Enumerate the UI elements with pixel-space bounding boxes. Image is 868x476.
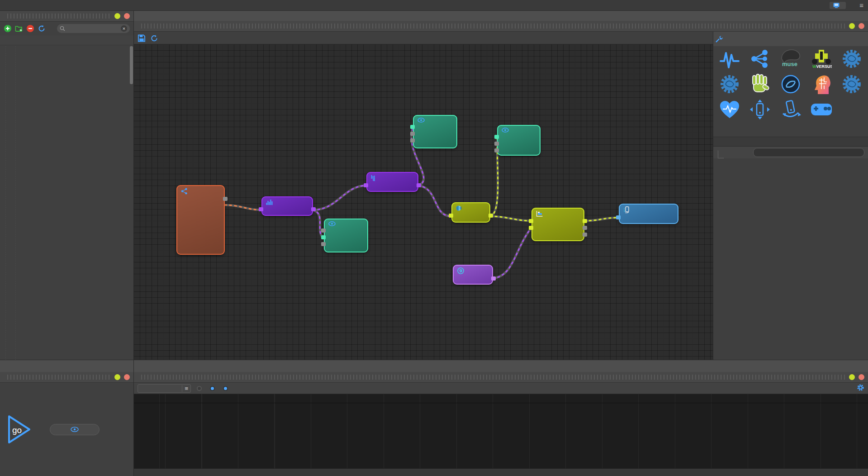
statistics-icon [456, 205, 462, 211]
sensor-gamepad[interactable] [806, 99, 837, 121]
visualization-toggle[interactable] [50, 424, 100, 435]
port-handle[interactable] [321, 242, 326, 246]
session-tab[interactable] [0, 360, 11, 372]
sensor-cyton[interactable] [836, 73, 867, 96]
radio-icon[interactable] [197, 386, 202, 391]
connection-alpha-statistics[interactable] [418, 186, 451, 216]
port-handle[interactable] [489, 214, 493, 218]
minimize-dot[interactable] [849, 374, 855, 380]
settings-gear-icon[interactable] [857, 384, 864, 393]
document-tab[interactable] [134, 11, 145, 21]
node-view-1[interactable] [324, 219, 368, 252]
all-toggle[interactable] [210, 386, 217, 391]
node-statistics[interactable] [451, 202, 490, 223]
port-handle[interactable] [321, 235, 326, 239]
add-folder-button[interactable] [15, 24, 23, 33]
port-handle[interactable] [529, 226, 533, 230]
connection-fft-view[interactable] [313, 210, 324, 238]
port-handle[interactable] [449, 214, 453, 218]
close-dot[interactable] [124, 374, 130, 380]
gamepad-icon [811, 99, 832, 120]
go-label: go [12, 425, 22, 435]
sensor-brainflow[interactable] [806, 73, 837, 96]
node-alpha[interactable]: α [366, 172, 418, 192]
port-handle[interactable] [410, 132, 415, 136]
port-handle[interactable] [410, 125, 415, 129]
sensor-gyroscope[interactable] [775, 99, 806, 121]
sensor-muse[interactable]: muse [775, 48, 806, 71]
port-handle[interactable] [583, 233, 587, 237]
used-toggle[interactable] [197, 386, 204, 391]
minimize-dot[interactable] [114, 374, 120, 380]
go-button[interactable]: go [7, 414, 32, 444]
search-input[interactable]: × [57, 24, 130, 33]
sensor-versus[interactable]: WVERSUS [806, 48, 837, 71]
connection-pz-fft[interactable] [225, 205, 261, 210]
node-screen-brightness[interactable] [619, 204, 678, 224]
save-button[interactable] [138, 34, 146, 42]
minimize-dot[interactable] [849, 23, 855, 29]
sensor-esense-gsr[interactable] [745, 73, 776, 96]
port-handle[interactable] [494, 142, 499, 146]
sensor-openbci[interactable] [836, 48, 867, 71]
tree-scrollbar[interactable] [130, 46, 133, 84]
connection-parameter-threshold[interactable] [493, 228, 531, 278]
eeg-tab[interactable] [134, 360, 145, 372]
tree-item[interactable]: ▾ [0, 45, 133, 55]
refresh-button[interactable] [38, 24, 46, 33]
sensor-openbci-daisy[interactable] [714, 73, 745, 96]
minimize-dot[interactable] [114, 13, 120, 19]
port-handle[interactable] [494, 148, 499, 152]
node-view-2[interactable] [413, 115, 457, 148]
node-fft[interactable] [261, 196, 313, 216]
session-control-panel: go [0, 360, 134, 476]
connection-fft-alpha[interactable] [313, 186, 366, 210]
sensor-accelerometer[interactable] [745, 99, 776, 121]
close-dot[interactable] [859, 374, 864, 380]
node-threshold[interactable] [531, 208, 584, 241]
connection-threshold-screenbrightness[interactable] [584, 218, 619, 221]
port-handle[interactable] [583, 219, 587, 223]
node-test-system[interactable] [176, 185, 225, 255]
backend-file-system-panel: × ▾ [0, 11, 134, 360]
port-handle[interactable] [529, 219, 533, 223]
port-handle[interactable] [364, 183, 368, 187]
attr-value-input[interactable] [753, 148, 864, 157]
node-graph-canvas[interactable]: α [134, 44, 713, 360]
remove-button[interactable] [26, 24, 34, 33]
output-port-row[interactable] [177, 195, 224, 202]
port-handle[interactable] [491, 276, 496, 281]
port-handle[interactable] [321, 228, 326, 233]
close-dot[interactable] [859, 23, 864, 29]
port-handle[interactable] [410, 138, 415, 143]
sensor-notion[interactable] [775, 73, 806, 96]
sensor-test-system[interactable] [745, 48, 776, 71]
radio-icon[interactable] [223, 386, 228, 391]
palette-tab[interactable] [724, 36, 730, 42]
close-dot[interactable] [124, 13, 130, 19]
header-hatch [7, 14, 111, 19]
node-view-3[interactable] [497, 125, 541, 156]
add-button[interactable] [4, 24, 12, 33]
port-handle[interactable] [583, 226, 587, 230]
layout-selector[interactable] [830, 2, 846, 9]
sensor-eeg-device[interactable] [714, 48, 745, 71]
port-handle[interactable] [494, 135, 499, 139]
port-handle[interactable] [259, 207, 263, 211]
node-parameter[interactable]: 9 [453, 265, 493, 285]
menu-hamburger-icon[interactable]: ≡ [859, 1, 863, 9]
connection-statistics-threshold[interactable] [490, 216, 531, 221]
channel-toggle[interactable] [223, 386, 230, 391]
sensor-heartrate[interactable] [714, 99, 745, 121]
node-palette: muse WVERSUS [713, 32, 868, 360]
search-clear-icon[interactable]: × [121, 25, 127, 32]
device-menu-icon[interactable]: ≡ [182, 385, 188, 392]
port-handle[interactable] [616, 215, 621, 219]
port-handle[interactable] [223, 197, 228, 201]
reload-button[interactable] [150, 34, 158, 42]
port-handle[interactable] [311, 207, 316, 211]
eeg-plot[interactable] [134, 394, 868, 468]
radio-icon[interactable] [210, 386, 215, 391]
port-handle[interactable] [417, 183, 421, 187]
device-select[interactable]: ≡ [138, 384, 191, 393]
